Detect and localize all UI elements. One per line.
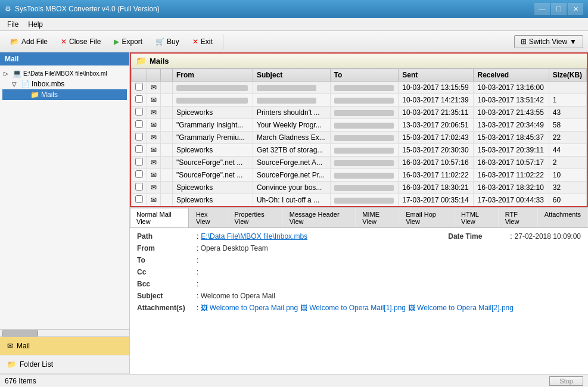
row-checkbox[interactable] [135, 183, 143, 191]
sidebar-nav-mail[interactable]: ✉ Mail [0, 337, 129, 355]
cell-subject: SourceForge.net Pr... [253, 169, 330, 182]
cell-from: "Grammarly Insight... [173, 119, 253, 132]
cell-received: 15-03-2017 20:39:11 [474, 144, 549, 157]
menu-help[interactable]: Help [23, 19, 48, 30]
row-checkbox[interactable] [135, 158, 143, 166]
col-header-icon2[interactable] [161, 69, 173, 82]
cell-to [330, 132, 399, 144]
cell-sent: 13-03-2017 20:06:51 [399, 119, 474, 132]
row-checkbox[interactable] [135, 133, 143, 141]
cell-subject: Printers shouldn't ... [253, 107, 330, 119]
table-row[interactable]: ✉ Spiceworks Uh-Oh: I cut-off a ... 17-0… [132, 194, 587, 207]
col-header-check[interactable] [132, 69, 147, 82]
titlebar: ⚙ SysTools MBOX Converter v4.0 (Full Ver… [0, 0, 588, 18]
table-row[interactable]: ✉ 10-03-2017 13:15:59 10-03-2017 13:16:0… [132, 82, 587, 94]
col-header-from[interactable]: From [173, 69, 253, 82]
envelope-icon: ✉ [151, 133, 157, 142]
cell-icon2 [161, 157, 173, 169]
stop-button[interactable]: Stop [549, 376, 583, 386]
sidebar-nav-folder-list[interactable]: 📁 Folder List [0, 355, 129, 374]
tab-hex-view[interactable]: Hex View [189, 208, 228, 227]
to-row: To : [132, 254, 586, 266]
cell-received: 15-03-2017 18:45:37 [474, 132, 549, 144]
switch-view-button[interactable]: ⊞ Switch View ▼ [514, 35, 583, 48]
cell-from: Spiceworks [173, 182, 253, 194]
minimize-button[interactable]: — [534, 3, 550, 15]
tree-item-root[interactable]: ▷ 💻 E:\Data File\MBOX file\Inbox.ml [2, 68, 127, 79]
cell-check[interactable] [132, 107, 147, 119]
tab-html-view[interactable]: HTML View [455, 208, 498, 227]
buy-button[interactable]: 🛒 Buy [150, 35, 185, 48]
cell-size [549, 82, 586, 94]
tab-email-hop-view[interactable]: Email Hop View [399, 208, 454, 227]
col-header-icon1[interactable] [147, 69, 161, 82]
table-row[interactable]: ✉ Spiceworks Printers shouldn't ... 10-0… [132, 107, 587, 119]
row-checkbox[interactable] [135, 83, 143, 90]
col-header-to[interactable]: To [330, 69, 399, 82]
exit-button[interactable]: ✕ Exit [187, 35, 218, 48]
scrollbar-thumb[interactable] [2, 330, 38, 336]
cell-icon1: ✉ [147, 132, 161, 144]
add-file-button[interactable]: 📂 Add File [5, 35, 53, 48]
path-value[interactable]: E:\Data File\MBOX file\Inbox.mbs [201, 232, 307, 241]
col-header-size[interactable]: Size(KB) [549, 69, 586, 82]
mail-table: From Subject To Sent Received Size(KB) ✉ [131, 68, 587, 206]
horizontal-scrollbar[interactable] [0, 329, 129, 336]
tab-mime-view[interactable]: MIME View [356, 208, 399, 227]
row-checkbox[interactable] [135, 95, 143, 103]
tab-properties-view[interactable]: Properties View [228, 208, 282, 227]
attachment-item[interactable]: 🖼Welcome to Opera Mail[2].png [408, 304, 514, 312]
cell-icon1: ✉ [147, 82, 161, 94]
attachment-item[interactable]: 🖼Welcome to Opera Mail[1].png [300, 304, 406, 312]
attachment-name[interactable]: Welcome to Opera Mail[1].png [309, 304, 406, 312]
attachment-item[interactable]: 🖼Welcome to Opera Mail.png [201, 304, 298, 312]
table-row[interactable]: ✉ Spiceworks Convince your bos... 16-03-… [132, 182, 587, 194]
exit-icon: ✕ [192, 38, 198, 46]
to-value: : [197, 256, 198, 264]
cell-check[interactable] [132, 169, 147, 182]
table-row[interactable]: ✉ Spiceworks Get 32TB of storag... 15-03… [132, 144, 587, 157]
cell-check[interactable] [132, 132, 147, 144]
tab-normal-mail-view[interactable]: Normal Mail View [130, 208, 189, 227]
cell-check[interactable] [132, 144, 147, 157]
cell-received: 16-03-2017 10:57:17 [474, 157, 549, 169]
table-row[interactable]: ✉ "SourceForge".net ... SourceForge.net … [132, 157, 587, 169]
tab-rtf-view[interactable]: RTF View [499, 208, 537, 227]
row-checkbox[interactable] [135, 170, 143, 178]
mail-table-wrap[interactable]: From Subject To Sent Received Size(KB) ✉ [131, 68, 587, 206]
table-row[interactable]: ✉ 10-03-2017 14:21:39 10-03-2017 13:51:4… [132, 94, 587, 107]
col-header-sent[interactable]: Sent [399, 69, 474, 82]
cell-check[interactable] [132, 119, 147, 132]
cell-check[interactable] [132, 94, 147, 107]
menu-file[interactable]: File [2, 19, 23, 30]
row-checkbox[interactable] [135, 195, 143, 203]
maximize-button[interactable]: ☐ [551, 3, 567, 15]
close-button[interactable]: ✕ [568, 3, 583, 15]
cell-check[interactable] [132, 182, 147, 194]
row-checkbox[interactable] [135, 108, 143, 116]
attachment-name[interactable]: Welcome to Opera Mail[2].png [417, 304, 514, 312]
cc-value: : [197, 268, 198, 276]
toolbar-separator [223, 35, 223, 49]
bcc-label: Bcc [137, 280, 197, 288]
row-checkbox[interactable] [135, 120, 143, 128]
attachment-name[interactable]: Welcome to Opera Mail.png [210, 304, 298, 312]
tab-attachments[interactable]: Attachments [538, 208, 587, 227]
table-row[interactable]: ✉ "Grammarly Insight... Your Weekly Prog… [132, 119, 587, 132]
envelope-icon: ✉ [151, 96, 157, 104]
tab-message-header-view[interactable]: Message Header View [283, 208, 356, 227]
cell-sent: 16-03-2017 10:57:16 [399, 157, 474, 169]
close-file-button[interactable]: ✕ Close File [55, 35, 106, 48]
from-label: From [137, 244, 197, 252]
cell-check[interactable] [132, 157, 147, 169]
table-row[interactable]: ✉ "SourceForge".net ... SourceForge.net … [132, 169, 587, 182]
col-header-subject[interactable]: Subject [253, 69, 330, 82]
tree-item-mails[interactable]: 📁 Mails [2, 89, 127, 100]
col-header-received[interactable]: Received [474, 69, 549, 82]
table-row[interactable]: ✉ "Grammarly Premiu... March Gladness Ex… [132, 132, 587, 144]
cell-check[interactable] [132, 82, 147, 94]
row-checkbox[interactable] [135, 145, 143, 153]
cell-check[interactable] [132, 194, 147, 207]
tree-item-inbox[interactable]: ▽ 📄 Inbox.mbs [2, 79, 127, 89]
export-button[interactable]: ▶ Export [108, 35, 148, 48]
